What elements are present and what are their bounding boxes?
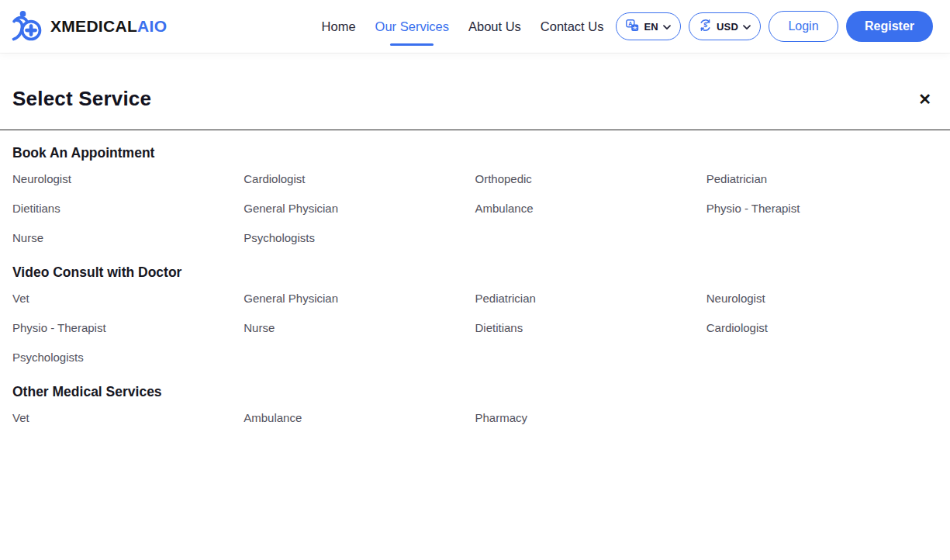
section-video-consult-with-doctor: Video Consult with DoctorVetGeneral Phys… bbox=[12, 264, 938, 365]
service-link-cardiologist[interactable]: Cardiologist bbox=[706, 320, 938, 336]
currency-selector[interactable]: $ USD bbox=[689, 12, 761, 40]
section-book-an-appointment: Book An AppointmentNeurologistCardiologi… bbox=[12, 145, 938, 246]
nav-link-about-us[interactable]: About Us bbox=[468, 19, 521, 34]
service-grid: VetAmbulancePharmacy bbox=[12, 410, 938, 426]
currency-value: USD bbox=[717, 21, 738, 33]
close-icon[interactable]: ✕ bbox=[915, 88, 934, 110]
brand-logo[interactable]: XMEDICALAIO bbox=[10, 9, 167, 43]
service-link-vet[interactable]: Vet bbox=[12, 291, 244, 306]
service-link-ambulance[interactable]: Ambulance bbox=[475, 201, 706, 216]
service-link-psychologists[interactable]: Psychologists bbox=[244, 230, 475, 246]
section-heading: Video Consult with Doctor bbox=[12, 264, 938, 281]
section-other-medical-services: Other Medical ServicesVetAmbulancePharma… bbox=[12, 384, 938, 426]
select-service-panel: Select Service ✕ Book An AppointmentNeur… bbox=[0, 53, 950, 426]
service-link-physio-therapist[interactable]: Physio - Therapist bbox=[706, 201, 938, 216]
service-link-dietitians[interactable]: Dietitians bbox=[12, 201, 244, 216]
active-underline bbox=[390, 43, 434, 46]
panel-divider bbox=[0, 130, 950, 130]
language-selector[interactable]: A EN bbox=[616, 12, 680, 40]
main-nav: HomeOur ServicesAbout UsContact Us bbox=[322, 19, 604, 34]
section-heading: Other Medical Services bbox=[12, 384, 938, 400]
service-link-orthopedic[interactable]: Orthopedic bbox=[475, 171, 706, 187]
service-link-cardiologist[interactable]: Cardiologist bbox=[244, 171, 475, 187]
svg-text:$: $ bbox=[703, 21, 707, 29]
service-link-pharmacy[interactable]: Pharmacy bbox=[475, 410, 706, 426]
service-link-pediatrician[interactable]: Pediatrician bbox=[475, 291, 706, 306]
currency-exchange-icon: $ bbox=[699, 19, 712, 34]
service-link-general-physician[interactable]: General Physician bbox=[244, 201, 475, 216]
section-heading: Book An Appointment bbox=[12, 145, 938, 161]
service-grid: VetGeneral PhysicianPediatricianNeurolog… bbox=[12, 291, 938, 365]
service-link-physio-therapist[interactable]: Physio - Therapist bbox=[12, 320, 244, 336]
service-link-neurologist[interactable]: Neurologist bbox=[706, 291, 938, 306]
register-button[interactable]: Register bbox=[846, 11, 933, 42]
chevron-down-icon bbox=[743, 21, 751, 33]
panel-header: Select Service ✕ bbox=[0, 53, 950, 130]
nav-actions: A EN $ USD bbox=[616, 11, 933, 42]
service-link-vet[interactable]: Vet bbox=[12, 410, 244, 426]
service-link-general-physician[interactable]: General Physician bbox=[244, 291, 475, 306]
service-sections: Book An AppointmentNeurologistCardiologi… bbox=[0, 145, 950, 426]
service-link-nurse[interactable]: Nurse bbox=[244, 320, 475, 336]
nav-link-home[interactable]: Home bbox=[322, 19, 356, 34]
nav-link-our-services[interactable]: Our Services bbox=[375, 19, 449, 34]
page-title: Select Service bbox=[12, 87, 151, 111]
translate-icon: A bbox=[626, 19, 639, 34]
language-value: EN bbox=[644, 21, 658, 33]
service-link-dietitians[interactable]: Dietitians bbox=[475, 320, 706, 336]
service-grid: NeurologistCardiologistOrthopedicPediatr… bbox=[12, 171, 938, 246]
nav-link-contact-us[interactable]: Contact Us bbox=[541, 19, 604, 34]
logo-icon bbox=[10, 9, 44, 43]
service-link-ambulance[interactable]: Ambulance bbox=[244, 410, 475, 426]
login-button[interactable]: Login bbox=[769, 11, 838, 42]
chevron-down-icon bbox=[663, 21, 671, 33]
service-link-psychologists[interactable]: Psychologists bbox=[12, 350, 244, 365]
service-link-pediatrician[interactable]: Pediatrician bbox=[706, 171, 938, 187]
service-link-nurse[interactable]: Nurse bbox=[12, 230, 244, 246]
brand-wordmark: XMEDICALAIO bbox=[50, 17, 167, 36]
top-navbar: XMEDICALAIO HomeOur ServicesAbout UsCont… bbox=[0, 0, 950, 53]
service-link-neurologist[interactable]: Neurologist bbox=[12, 171, 244, 187]
